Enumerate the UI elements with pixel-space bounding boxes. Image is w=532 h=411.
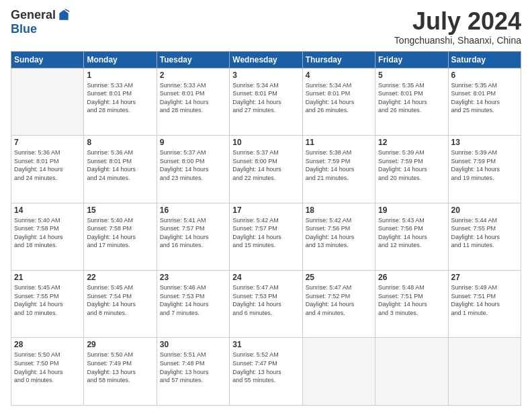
day-number: 21: [14, 273, 81, 282]
day-number: 18: [306, 205, 372, 215]
page: General Blue July 2024 Tongchuanshi, Sha…: [0, 0, 532, 411]
day-number: 11: [306, 138, 372, 147]
day-info: Sunrise: 5:34 AM Sunset: 8:01 PM Dayligh…: [232, 81, 299, 115]
day-number: 23: [160, 273, 226, 282]
header-sunday: Sunday: [11, 51, 84, 68]
day-info: Sunrise: 5:42 AM Sunset: 7:57 PM Dayligh…: [232, 216, 299, 250]
day-info: Sunrise: 5:40 AM Sunset: 7:58 PM Dayligh…: [14, 216, 81, 250]
calendar-cell: 19Sunrise: 5:43 AM Sunset: 7:56 PM Dayli…: [375, 203, 448, 270]
day-info: Sunrise: 5:45 AM Sunset: 7:55 PM Dayligh…: [14, 283, 81, 317]
day-info: Sunrise: 5:33 AM Sunset: 8:01 PM Dayligh…: [160, 81, 226, 115]
calendar-cell: [448, 338, 521, 406]
day-info: Sunrise: 5:50 AM Sunset: 7:49 PM Dayligh…: [87, 351, 153, 384]
calendar-cell: 9Sunrise: 5:37 AM Sunset: 8:00 PM Daylig…: [157, 136, 229, 203]
day-info: Sunrise: 5:40 AM Sunset: 7:58 PM Dayligh…: [87, 216, 153, 250]
calendar-week-3: 21Sunrise: 5:45 AM Sunset: 7:55 PM Dayli…: [11, 271, 521, 338]
location: Tongchuanshi, Shaanxi, China: [394, 35, 521, 46]
calendar-cell: 24Sunrise: 5:47 AM Sunset: 7:53 PM Dayli…: [230, 271, 302, 338]
calendar-cell: 25Sunrise: 5:47 AM Sunset: 7:52 PM Dayli…: [302, 271, 375, 338]
day-info: Sunrise: 5:35 AM Sunset: 8:01 PM Dayligh…: [378, 81, 445, 115]
day-number: 5: [378, 71, 445, 80]
day-info: Sunrise: 5:35 AM Sunset: 8:01 PM Dayligh…: [451, 81, 518, 115]
calendar-cell: 11Sunrise: 5:38 AM Sunset: 7:59 PM Dayli…: [302, 136, 375, 203]
calendar-cell: 28Sunrise: 5:50 AM Sunset: 7:50 PM Dayli…: [11, 338, 84, 406]
calendar-cell: [375, 338, 448, 406]
day-number: 16: [160, 205, 226, 215]
day-number: 12: [378, 138, 445, 147]
day-info: Sunrise: 5:37 AM Sunset: 8:00 PM Dayligh…: [232, 148, 299, 182]
day-number: 29: [87, 340, 153, 349]
day-number: 1: [87, 71, 153, 80]
calendar-cell: 4Sunrise: 5:34 AM Sunset: 8:01 PM Daylig…: [302, 68, 375, 135]
day-info: Sunrise: 5:46 AM Sunset: 7:53 PM Dayligh…: [160, 283, 226, 317]
day-number: 7: [14, 138, 81, 147]
day-number: 3: [232, 71, 299, 80]
day-number: 25: [306, 273, 372, 282]
calendar-cell: 14Sunrise: 5:40 AM Sunset: 7:58 PM Dayli…: [11, 203, 84, 270]
day-info: Sunrise: 5:37 AM Sunset: 8:00 PM Dayligh…: [160, 148, 226, 182]
calendar-cell: 21Sunrise: 5:45 AM Sunset: 7:55 PM Dayli…: [11, 271, 84, 338]
header: General Blue July 2024 Tongchuanshi, Sha…: [11, 8, 521, 46]
logo-icon: [57, 9, 71, 22]
calendar-cell: 5Sunrise: 5:35 AM Sunset: 8:01 PM Daylig…: [375, 68, 448, 135]
calendar-cell: 12Sunrise: 5:39 AM Sunset: 7:59 PM Dayli…: [375, 136, 448, 203]
day-info: Sunrise: 5:45 AM Sunset: 7:54 PM Dayligh…: [87, 283, 153, 317]
day-info: Sunrise: 5:34 AM Sunset: 8:01 PM Dayligh…: [306, 81, 372, 115]
logo-blue-text: Blue: [11, 22, 37, 36]
calendar-cell: 18Sunrise: 5:42 AM Sunset: 7:56 PM Dayli…: [302, 203, 375, 270]
day-number: 28: [14, 340, 81, 349]
calendar-cell: 16Sunrise: 5:41 AM Sunset: 7:57 PM Dayli…: [157, 203, 229, 270]
day-info: Sunrise: 5:44 AM Sunset: 7:55 PM Dayligh…: [451, 216, 518, 250]
calendar-cell: 22Sunrise: 5:45 AM Sunset: 7:54 PM Dayli…: [84, 271, 157, 338]
calendar-week-1: 7Sunrise: 5:36 AM Sunset: 8:01 PM Daylig…: [11, 136, 521, 203]
header-tuesday: Tuesday: [157, 51, 229, 68]
logo-general-text: General: [11, 8, 56, 22]
day-number: 4: [306, 71, 372, 80]
header-monday: Monday: [84, 51, 157, 68]
calendar-cell: 30Sunrise: 5:51 AM Sunset: 7:48 PM Dayli…: [157, 338, 229, 406]
calendar-week-2: 14Sunrise: 5:40 AM Sunset: 7:58 PM Dayli…: [11, 203, 521, 270]
day-number: 20: [451, 205, 518, 215]
calendar-cell: 3Sunrise: 5:34 AM Sunset: 8:01 PM Daylig…: [230, 68, 302, 135]
calendar-cell: 31Sunrise: 5:52 AM Sunset: 7:47 PM Dayli…: [230, 338, 302, 406]
day-info: Sunrise: 5:38 AM Sunset: 7:59 PM Dayligh…: [306, 148, 372, 182]
calendar-week-0: 1Sunrise: 5:33 AM Sunset: 8:01 PM Daylig…: [11, 68, 521, 135]
calendar-week-4: 28Sunrise: 5:50 AM Sunset: 7:50 PM Dayli…: [11, 338, 521, 406]
calendar-cell: 23Sunrise: 5:46 AM Sunset: 7:53 PM Dayli…: [157, 271, 229, 338]
day-number: 10: [232, 138, 299, 147]
header-wednesday: Wednesday: [230, 51, 302, 68]
day-info: Sunrise: 5:50 AM Sunset: 7:50 PM Dayligh…: [14, 351, 81, 384]
day-info: Sunrise: 5:36 AM Sunset: 8:01 PM Dayligh…: [87, 148, 153, 182]
calendar-cell: 6Sunrise: 5:35 AM Sunset: 8:01 PM Daylig…: [448, 68, 521, 135]
day-info: Sunrise: 5:39 AM Sunset: 7:59 PM Dayligh…: [378, 148, 445, 182]
month-title: July 2024: [394, 8, 521, 35]
day-info: Sunrise: 5:33 AM Sunset: 8:01 PM Dayligh…: [87, 81, 153, 115]
day-number: 24: [232, 273, 299, 282]
day-number: 19: [378, 205, 445, 215]
day-number: 14: [14, 205, 81, 215]
calendar-cell: 20Sunrise: 5:44 AM Sunset: 7:55 PM Dayli…: [448, 203, 521, 270]
day-number: 8: [87, 138, 153, 147]
day-number: 17: [232, 205, 299, 215]
day-info: Sunrise: 5:51 AM Sunset: 7:48 PM Dayligh…: [160, 351, 226, 384]
calendar-table: Sunday Monday Tuesday Wednesday Thursday…: [11, 51, 521, 406]
day-info: Sunrise: 5:36 AM Sunset: 8:01 PM Dayligh…: [14, 148, 81, 182]
day-number: 2: [160, 71, 226, 80]
day-info: Sunrise: 5:47 AM Sunset: 7:52 PM Dayligh…: [306, 283, 372, 317]
day-number: 9: [160, 138, 226, 147]
day-number: 31: [232, 340, 299, 349]
calendar-cell: [11, 68, 84, 135]
day-info: Sunrise: 5:48 AM Sunset: 7:51 PM Dayligh…: [378, 283, 445, 317]
calendar-cell: 27Sunrise: 5:49 AM Sunset: 7:51 PM Dayli…: [448, 271, 521, 338]
day-number: 15: [87, 205, 153, 215]
day-number: 27: [451, 273, 518, 282]
logo: General Blue: [11, 8, 71, 36]
title-block: July 2024 Tongchuanshi, Shaanxi, China: [394, 8, 521, 46]
calendar-cell: 29Sunrise: 5:50 AM Sunset: 7:49 PM Dayli…: [84, 338, 157, 406]
header-saturday: Saturday: [448, 51, 521, 68]
day-number: 22: [87, 273, 153, 282]
header-thursday: Thursday: [302, 51, 375, 68]
calendar-cell: 26Sunrise: 5:48 AM Sunset: 7:51 PM Dayli…: [375, 271, 448, 338]
calendar-cell: 13Sunrise: 5:39 AM Sunset: 7:59 PM Dayli…: [448, 136, 521, 203]
calendar-header-row: Sunday Monday Tuesday Wednesday Thursday…: [11, 51, 521, 68]
